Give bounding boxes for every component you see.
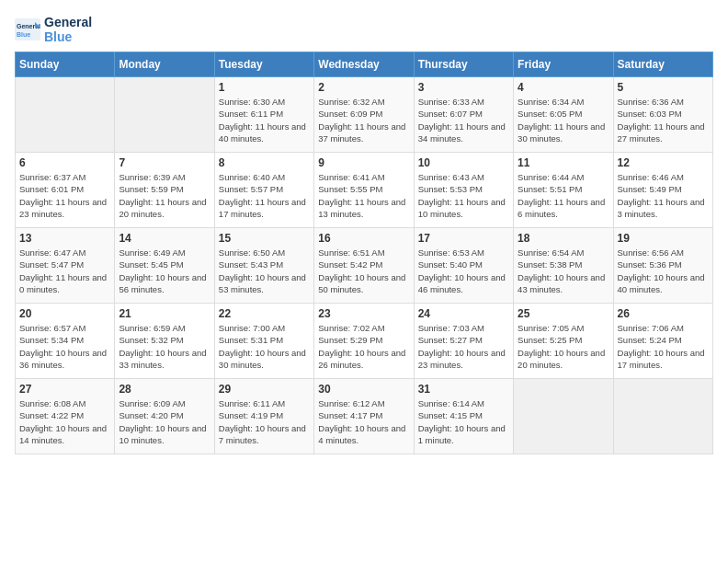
day-number: 7 xyxy=(119,156,210,169)
day-number: 10 xyxy=(418,156,509,169)
calendar-cell xyxy=(514,379,613,454)
day-number: 20 xyxy=(19,307,110,320)
day-info: Sunrise: 6:36 AM Sunset: 6:03 PM Dayligh… xyxy=(618,96,709,144)
day-number: 25 xyxy=(518,307,609,320)
calendar-cell: 7Sunrise: 6:39 AM Sunset: 5:59 PM Daylig… xyxy=(115,153,214,228)
calendar-cell: 17Sunrise: 6:53 AM Sunset: 5:40 PM Dayli… xyxy=(414,228,513,304)
day-info: Sunrise: 6:11 AM Sunset: 4:19 PM Dayligh… xyxy=(219,397,310,446)
calendar-cell: 19Sunrise: 6:56 AM Sunset: 5:36 PM Dayli… xyxy=(613,228,712,304)
calendar-cell xyxy=(613,379,712,454)
calendar-cell: 11Sunrise: 6:44 AM Sunset: 5:51 PM Dayli… xyxy=(514,153,613,228)
day-number: 13 xyxy=(19,232,110,245)
day-info: Sunrise: 7:05 AM Sunset: 5:25 PM Dayligh… xyxy=(518,322,609,371)
day-info: Sunrise: 6:41 AM Sunset: 5:55 PM Dayligh… xyxy=(318,171,409,220)
day-info: Sunrise: 6:33 AM Sunset: 6:07 PM Dayligh… xyxy=(418,96,509,144)
calendar-week-row: 20Sunrise: 6:57 AM Sunset: 5:34 PM Dayli… xyxy=(16,304,713,379)
calendar-header-row: SundayMondayTuesdayWednesdayThursdayFrid… xyxy=(16,52,713,77)
calendar-week-row: 6Sunrise: 6:37 AM Sunset: 6:01 PM Daylig… xyxy=(16,153,713,228)
day-info: Sunrise: 6:49 AM Sunset: 5:45 PM Dayligh… xyxy=(119,247,210,295)
day-info: Sunrise: 6:56 AM Sunset: 5:36 PM Dayligh… xyxy=(618,247,709,295)
day-number: 31 xyxy=(418,383,509,396)
day-info: Sunrise: 6:47 AM Sunset: 5:47 PM Dayligh… xyxy=(19,247,110,295)
col-header-friday: Friday xyxy=(514,52,613,77)
day-number: 12 xyxy=(618,156,709,169)
calendar-cell: 5Sunrise: 6:36 AM Sunset: 6:03 PM Daylig… xyxy=(613,77,712,153)
day-info: Sunrise: 6:53 AM Sunset: 5:40 PM Dayligh… xyxy=(418,247,509,295)
calendar-cell: 1Sunrise: 6:30 AM Sunset: 6:11 PM Daylig… xyxy=(214,77,313,153)
calendar-cell: 29Sunrise: 6:11 AM Sunset: 4:19 PM Dayli… xyxy=(214,379,313,454)
logo-text: General Blue xyxy=(44,15,92,44)
calendar-cell: 25Sunrise: 7:05 AM Sunset: 5:25 PM Dayli… xyxy=(514,304,613,379)
calendar-cell: 26Sunrise: 7:06 AM Sunset: 5:24 PM Dayli… xyxy=(613,304,712,379)
day-info: Sunrise: 7:00 AM Sunset: 5:31 PM Dayligh… xyxy=(219,322,310,371)
calendar-cell: 8Sunrise: 6:40 AM Sunset: 5:57 PM Daylig… xyxy=(214,153,313,228)
day-info: Sunrise: 6:39 AM Sunset: 5:59 PM Dayligh… xyxy=(119,171,210,220)
day-number: 14 xyxy=(119,232,210,245)
calendar-cell: 14Sunrise: 6:49 AM Sunset: 5:45 PM Dayli… xyxy=(115,228,214,304)
day-number: 21 xyxy=(119,307,210,320)
day-info: Sunrise: 6:57 AM Sunset: 5:34 PM Dayligh… xyxy=(19,322,110,371)
day-number: 2 xyxy=(318,81,409,94)
day-number: 9 xyxy=(318,156,409,169)
day-number: 22 xyxy=(219,307,310,320)
day-number: 8 xyxy=(219,156,310,169)
calendar-cell: 18Sunrise: 6:54 AM Sunset: 5:38 PM Dayli… xyxy=(514,228,613,304)
calendar-week-row: 1Sunrise: 6:30 AM Sunset: 6:11 PM Daylig… xyxy=(16,77,713,153)
calendar-cell: 9Sunrise: 6:41 AM Sunset: 5:55 PM Daylig… xyxy=(314,153,414,228)
calendar-cell: 27Sunrise: 6:08 AM Sunset: 4:22 PM Dayli… xyxy=(16,379,115,454)
day-info: Sunrise: 6:46 AM Sunset: 5:49 PM Dayligh… xyxy=(618,171,709,220)
day-number: 1 xyxy=(219,81,310,94)
day-info: Sunrise: 6:08 AM Sunset: 4:22 PM Dayligh… xyxy=(19,397,110,446)
calendar-cell: 31Sunrise: 6:14 AM Sunset: 4:15 PM Dayli… xyxy=(414,379,513,454)
calendar-cell: 23Sunrise: 7:02 AM Sunset: 5:29 PM Dayli… xyxy=(314,304,414,379)
calendar-cell: 21Sunrise: 6:59 AM Sunset: 5:32 PM Dayli… xyxy=(115,304,214,379)
calendar-cell: 2Sunrise: 6:32 AM Sunset: 6:09 PM Daylig… xyxy=(314,77,414,153)
day-info: Sunrise: 6:59 AM Sunset: 5:32 PM Dayligh… xyxy=(119,322,210,371)
day-number: 19 xyxy=(618,232,709,245)
calendar-week-row: 27Sunrise: 6:08 AM Sunset: 4:22 PM Dayli… xyxy=(16,379,713,454)
day-info: Sunrise: 6:43 AM Sunset: 5:53 PM Dayligh… xyxy=(418,171,509,220)
svg-text:Blue: Blue xyxy=(17,31,30,38)
day-info: Sunrise: 6:50 AM Sunset: 5:43 PM Dayligh… xyxy=(219,247,310,295)
calendar-cell xyxy=(16,77,115,153)
calendar-cell: 16Sunrise: 6:51 AM Sunset: 5:42 PM Dayli… xyxy=(314,228,414,304)
day-info: Sunrise: 7:02 AM Sunset: 5:29 PM Dayligh… xyxy=(318,322,409,371)
day-number: 18 xyxy=(518,232,609,245)
day-info: Sunrise: 7:03 AM Sunset: 5:27 PM Dayligh… xyxy=(418,322,509,371)
calendar-table: SundayMondayTuesdayWednesdayThursdayFrid… xyxy=(15,52,713,454)
day-number: 11 xyxy=(518,156,609,169)
calendar-cell: 22Sunrise: 7:00 AM Sunset: 5:31 PM Dayli… xyxy=(214,304,313,379)
day-info: Sunrise: 6:32 AM Sunset: 6:09 PM Dayligh… xyxy=(318,96,409,144)
calendar-cell: 13Sunrise: 6:47 AM Sunset: 5:47 PM Dayli… xyxy=(16,228,115,304)
calendar-week-row: 13Sunrise: 6:47 AM Sunset: 5:47 PM Dayli… xyxy=(16,228,713,304)
day-number: 17 xyxy=(418,232,509,245)
day-number: 24 xyxy=(418,307,509,320)
day-info: Sunrise: 6:37 AM Sunset: 6:01 PM Dayligh… xyxy=(19,171,110,220)
col-header-monday: Monday xyxy=(115,52,214,77)
logo-icon: General Blue xyxy=(15,18,40,40)
day-number: 23 xyxy=(318,307,409,320)
day-info: Sunrise: 7:06 AM Sunset: 5:24 PM Dayligh… xyxy=(618,322,709,371)
day-number: 6 xyxy=(19,156,110,169)
calendar-cell: 4Sunrise: 6:34 AM Sunset: 6:05 PM Daylig… xyxy=(514,77,613,153)
day-number: 29 xyxy=(219,383,310,396)
calendar-cell: 3Sunrise: 6:33 AM Sunset: 6:07 PM Daylig… xyxy=(414,77,513,153)
day-number: 27 xyxy=(19,383,110,396)
day-number: 15 xyxy=(219,232,310,245)
day-info: Sunrise: 6:09 AM Sunset: 4:20 PM Dayligh… xyxy=(119,397,210,446)
calendar-cell: 6Sunrise: 6:37 AM Sunset: 6:01 PM Daylig… xyxy=(16,153,115,228)
calendar-cell: 15Sunrise: 6:50 AM Sunset: 5:43 PM Dayli… xyxy=(214,228,313,304)
page-header: General Blue General Blue xyxy=(15,15,713,44)
col-header-tuesday: Tuesday xyxy=(214,52,313,77)
col-header-sunday: Sunday xyxy=(16,52,115,77)
day-info: Sunrise: 6:30 AM Sunset: 6:11 PM Dayligh… xyxy=(219,96,310,144)
day-info: Sunrise: 6:34 AM Sunset: 6:05 PM Dayligh… xyxy=(518,96,609,144)
day-number: 28 xyxy=(119,383,210,396)
day-number: 16 xyxy=(318,232,409,245)
col-header-wednesday: Wednesday xyxy=(314,52,414,77)
day-number: 26 xyxy=(618,307,709,320)
day-number: 30 xyxy=(318,383,409,396)
day-info: Sunrise: 6:40 AM Sunset: 5:57 PM Dayligh… xyxy=(219,171,310,220)
col-header-saturday: Saturday xyxy=(613,52,712,77)
day-info: Sunrise: 6:51 AM Sunset: 5:42 PM Dayligh… xyxy=(318,247,409,295)
